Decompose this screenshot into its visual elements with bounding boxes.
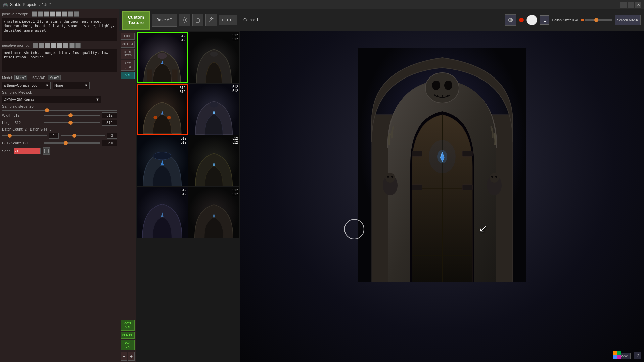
art-button[interactable]: ART [121,72,135,79]
cfg-label: CFG Scale: 12.0 [2,141,42,145]
seed-random-button[interactable] [43,147,50,155]
batch-row: Batch Count: 2 Batch Size: 3 [2,127,117,131]
swatch[interactable] [44,11,49,17]
swatch[interactable] [50,11,55,17]
gear-icon [182,17,188,23]
grid-item-2[interactable]: 512 512 [188,32,239,83]
negative-prompt-input[interactable]: mediocre sketch, smudge, blur, low quali… [2,49,117,72]
grid-label-6: 512 512 [232,137,238,145]
swatch[interactable] [74,11,79,17]
title-bar-left: 🎮 Stable Projectorz 1.5.2 [3,2,51,7]
positive-prompt-label: positive prompt: [2,11,117,17]
num-badge: 1 [540,15,549,25]
svg-rect-63 [613,355,617,359]
dungeon-svg-7 [137,187,188,238]
app-icon: 🎮 [3,2,8,7]
swatch[interactable] [38,11,43,17]
sdvae-select[interactable]: None ▼ [53,82,90,89]
gen-bg-button[interactable]: GEN BG [121,332,135,339]
batch-size-slider[interactable] [61,135,105,136]
batch-count-group: Batch Count: 2 [2,127,27,131]
width-row: Width: 512 512 [2,112,117,118]
positive-prompt-input[interactable]: (masterpiece:1.3), a scary dungeon entra… [2,18,117,41]
height-value: 512 [102,120,117,126]
swatch[interactable] [62,11,67,17]
grid-item-3[interactable]: 512 512 [137,84,188,135]
dungeon-image-7 [137,187,188,238]
grid-item-8[interactable]: 512 512 [188,187,239,238]
maximize-button[interactable]: □ [628,2,634,8]
wand-button[interactable] [205,14,217,26]
sampling-select[interactable]: DPM++ 2M Karras ▼ [2,96,101,103]
custom-texture-button[interactable]: Custom Texture [122,11,150,30]
help-button[interactable]: ? [634,352,641,359]
svg-point-1 [45,150,46,150]
swatch[interactable] [75,43,81,48]
minus-button[interactable]: − [121,352,127,361]
depth-button[interactable]: DEPTH [219,15,237,25]
settings-button[interactable] [179,14,190,26]
eye-icon [508,18,514,22]
height-slider[interactable] [44,122,100,123]
swatch[interactable] [57,43,62,48]
model-select-row: arthemyComics_v60 ▼ None ▼ [2,82,117,89]
svg-rect-62 [617,351,621,355]
swatch[interactable] [56,11,61,17]
trash-button[interactable] [192,14,204,26]
viewport-area[interactable]: ↙ thank ? [240,31,644,362]
height-label: Height: 512 [2,121,42,125]
negative-prompt-label: negative prompt: [2,43,117,48]
gen-art-button[interactable]: GEN ART [121,320,135,331]
dungeon-image-4 [188,84,239,135]
svg-point-43 [425,73,459,103]
swatch[interactable] [33,43,38,48]
plus-button[interactable]: + [128,352,135,361]
swatch[interactable] [69,43,75,48]
hide-button[interactable]: HIDE [121,33,135,40]
batch-count-num: 2 [49,133,59,139]
grid-label-2: 512 512 [232,33,238,41]
brush-slider[interactable] [585,19,612,21]
batch-count-slider[interactable] [2,135,47,136]
cfg-slider[interactable] [44,142,100,144]
svg-rect-10 [172,70,177,82]
swatch[interactable] [63,43,68,48]
brush-label: Brush Size: 0.40 [552,18,579,22]
svg-point-15 [167,116,171,119]
steps-slider[interactable] [2,110,117,111]
3d-obj-button[interactable]: 3D OBJ [121,41,135,48]
cfg-value: 12.0 [102,140,117,146]
grid-item-7[interactable]: 512 512 [137,187,188,238]
svg-rect-9 [147,70,152,82]
dungeon-svg-4 [188,84,239,135]
minimize-button[interactable]: ─ [620,2,627,8]
swatch[interactable] [68,11,73,17]
swatch[interactable] [32,11,37,17]
swatch[interactable] [51,43,56,48]
grid-item-6[interactable]: 512 512 [188,135,239,186]
svg-rect-40 [462,151,472,156]
screen-mask-button[interactable]: Screen MASK [615,15,641,25]
seed-input[interactable] [14,148,41,154]
width-slider[interactable] [44,115,100,116]
swatch[interactable] [39,43,44,48]
model-more-button[interactable]: More? [14,75,27,80]
ctrl-nets-button[interactable]: CTRL NETS [121,49,135,59]
art-bg-button[interactable]: ART (BG) [121,60,135,71]
steps-slider-row [2,110,117,111]
grid-item-4[interactable]: 512 512 [188,84,239,135]
sdvae-more-button[interactable]: More? [48,75,61,80]
svg-point-45 [444,81,452,90]
close-button[interactable]: ✕ [635,2,641,8]
model-select[interactable]: arthemyComics_v60 ▼ [2,82,51,89]
white-circle-button[interactable] [526,15,537,25]
bake-ao-button[interactable]: Bake AO [152,14,177,27]
model-label: Model: [2,76,13,80]
sampling-steps-row: Sampling steps: 20 [2,104,117,108]
grid-item-5[interactable]: 512 512 [137,135,188,186]
eye-button[interactable] [505,14,516,26]
save-2k-button[interactable]: SAVE 2K [121,340,135,350]
grid-item-1[interactable]: 512 512 [137,32,188,83]
svg-point-44 [432,81,440,90]
swatch[interactable] [45,43,50,48]
